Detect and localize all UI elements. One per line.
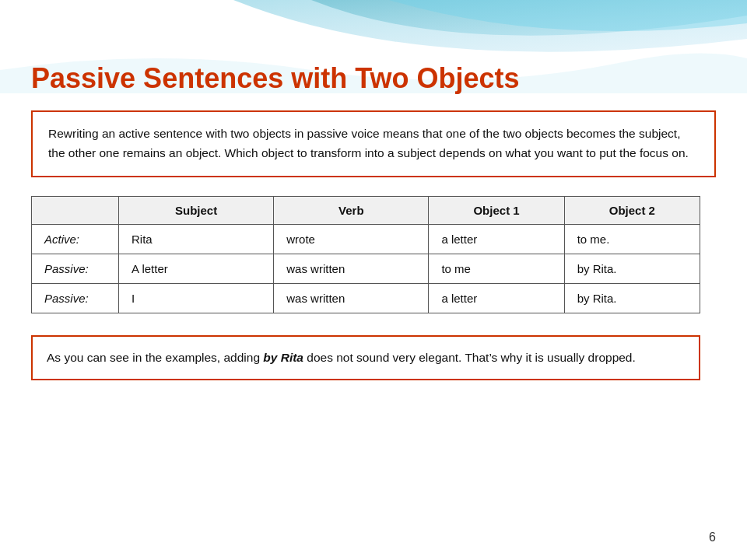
grammar-table: Subject Verb Object 1 Object 2 Active: R… — [31, 196, 700, 313]
passive2-obj2: by Rita. — [564, 283, 700, 313]
passive1-obj2: by Rita. — [564, 254, 700, 283]
note-italic: by Rita — [263, 351, 303, 364]
row-label-passive2: Passive: — [32, 283, 119, 313]
active-verb: wrote — [274, 224, 429, 254]
page-number: 6 — [709, 530, 716, 544]
col-header-object2: Object 2 — [564, 196, 700, 224]
note-text-after: does not sound very elegant. That’s why … — [303, 351, 636, 364]
table-row: Active: Rita wrote a letter to me. — [32, 224, 700, 254]
col-header-verb: Verb — [274, 196, 429, 224]
note-text-before: As you can see in the examples, adding — [47, 351, 263, 364]
passive1-subject: A letter — [119, 254, 274, 283]
active-subject: Rita — [119, 224, 274, 254]
note-box: As you can see in the examples, adding b… — [31, 335, 700, 380]
col-header-object1: Object 1 — [429, 196, 564, 224]
passive1-verb: was written — [274, 254, 429, 283]
active-obj2: to me. — [564, 224, 700, 254]
row-label-active: Active: — [32, 224, 119, 254]
row-label-passive1: Passive: — [32, 254, 119, 283]
passive2-verb: was written — [274, 283, 429, 313]
page-title: Passive Sentences with Two Objects — [31, 62, 716, 95]
passive2-obj1: a letter — [429, 283, 564, 313]
table-row: Passive: I was written a letter by Rita. — [32, 283, 700, 313]
table-row: Passive: A letter was written to me by R… — [32, 254, 700, 283]
passive2-subject: I — [119, 283, 274, 313]
col-header-blank — [32, 196, 119, 224]
active-obj1: a letter — [429, 224, 564, 254]
passive1-obj1: to me — [429, 254, 564, 283]
intro-box: Rewriting an active sentence with two ob… — [31, 110, 716, 177]
col-header-subject: Subject — [119, 196, 274, 224]
intro-text: Rewriting an active sentence with two ob… — [48, 127, 689, 159]
